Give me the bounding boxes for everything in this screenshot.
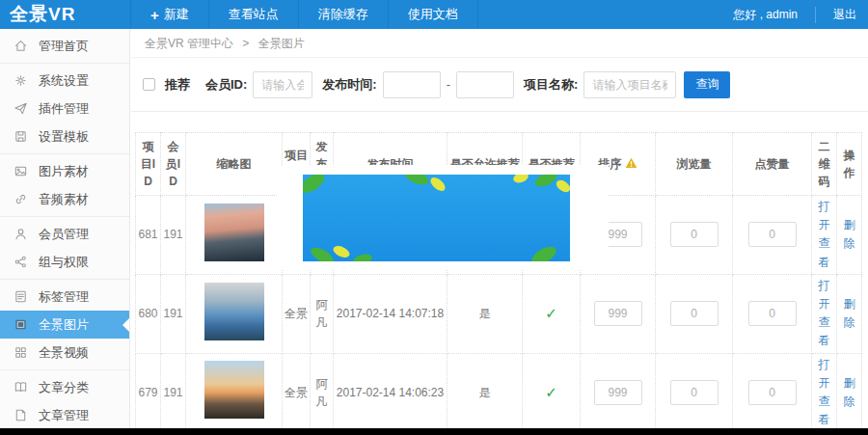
save-template-icon bbox=[14, 129, 28, 144]
cell-publish-time: 2017-02-14 14:06:23 bbox=[334, 353, 448, 432]
warning-icon bbox=[625, 157, 637, 169]
share-icon bbox=[14, 255, 28, 269]
top-bar: 全景VR + 新建 查看站点 清除缓存 使用文档 您好 , admin 退出 bbox=[0, 0, 868, 29]
breadcrumb-current: 全景图片 bbox=[258, 37, 305, 50]
pano-image-icon bbox=[14, 317, 28, 332]
col-views: 浏览量 bbox=[656, 133, 733, 196]
sidebar-item-tags[interactable]: 标签管理 bbox=[0, 283, 129, 311]
thumbnail-image[interactable] bbox=[204, 204, 264, 261]
cell-member-id: 191 bbox=[161, 274, 186, 353]
menu-new-button[interactable]: + 新建 bbox=[130, 0, 209, 29]
sidebar-item-home[interactable]: 管理首页 bbox=[0, 32, 129, 60]
member-id-input[interactable] bbox=[253, 71, 312, 98]
sidebar-item-groups-permissions[interactable]: 组与权限 bbox=[0, 248, 129, 276]
cell-member-id: 191 bbox=[161, 353, 186, 432]
thumbnail-image[interactable] bbox=[204, 361, 264, 419]
greeting: 您好 , admin bbox=[716, 7, 815, 23]
likes-input[interactable] bbox=[748, 222, 797, 247]
cell-publisher: 阿凡 bbox=[311, 353, 334, 432]
menu-clear-cache[interactable]: 清除缓存 bbox=[299, 0, 389, 29]
open-view-link[interactable]: 打开查看 bbox=[818, 356, 830, 430]
open-view-link[interactable]: 打开查看 bbox=[818, 198, 830, 272]
cell-project-id: 681 bbox=[136, 196, 161, 275]
app-logo: 全景VR bbox=[0, 0, 130, 29]
sidebar-item-audio-assets[interactable]: 音频素材 bbox=[0, 185, 129, 213]
sidebar-item-system-settings[interactable]: 系统设置 bbox=[0, 67, 129, 95]
project-name-input[interactable] bbox=[583, 71, 676, 98]
top-right: 您好 , admin 退出 bbox=[716, 0, 868, 29]
search-button[interactable]: 查询 bbox=[684, 71, 730, 98]
sidebar-item-members[interactable]: 会员管理 bbox=[0, 220, 129, 248]
project-name-label: 项目名称: bbox=[524, 76, 578, 94]
cell-publish-time: 2017-02-14 14:07:18 bbox=[334, 274, 448, 353]
breadcrumb-separator: > bbox=[242, 37, 249, 50]
views-input[interactable] bbox=[670, 222, 719, 247]
recommend-checkbox[interactable] bbox=[143, 78, 155, 91]
delete-link[interactable]: 删除 bbox=[843, 216, 855, 253]
menu-view-site[interactable]: 查看站点 bbox=[209, 0, 299, 29]
breadcrumb: 全景VR 管理中心 > 全景图片 bbox=[131, 29, 868, 58]
sidebar-item-image-assets[interactable]: 图片素材 bbox=[0, 157, 129, 185]
filter-bar: 推荐 会员ID: 发布时间: - 项目名称: 查询 bbox=[131, 58, 868, 112]
menu-docs[interactable]: 使用文档 bbox=[389, 0, 478, 29]
sidebar-item-plugins[interactable]: 插件管理 bbox=[0, 95, 129, 122]
col-member-id: 会员ID bbox=[161, 133, 186, 196]
delete-link[interactable]: 删除 bbox=[843, 295, 855, 332]
sidebar-item-article-manage[interactable]: 文章管理 bbox=[0, 401, 129, 429]
gear-icon bbox=[14, 73, 28, 88]
home-icon bbox=[14, 39, 28, 53]
bottom-black-bar bbox=[0, 428, 868, 435]
plus-icon: + bbox=[150, 8, 159, 22]
date-range-separator: - bbox=[447, 77, 450, 92]
publish-time-start-input[interactable] bbox=[383, 71, 441, 98]
cell-member-id: 191 bbox=[161, 196, 186, 275]
cell-allow-recommend: 是 bbox=[448, 353, 523, 432]
sidebar-item-article-categories[interactable]: 文章分类 bbox=[0, 373, 129, 401]
menu-new-label: 新建 bbox=[164, 0, 189, 29]
open-view-link[interactable]: 打开查看 bbox=[818, 277, 830, 351]
sort-input[interactable] bbox=[594, 380, 642, 405]
document-lines-icon bbox=[14, 289, 28, 304]
sidebar-item-pano-images[interactable]: 全景图片 bbox=[0, 311, 129, 339]
table-row: 679 191 全景 阿凡 2017-02-14 14:06:23 是 ✓ 打开… bbox=[136, 353, 862, 432]
cell-allow-recommend: 是 bbox=[448, 274, 523, 353]
likes-input[interactable] bbox=[748, 380, 797, 405]
cell-project-name: 全景 bbox=[283, 274, 311, 353]
col-likes: 点赞量 bbox=[733, 133, 812, 196]
publish-time-label: 发布时间: bbox=[322, 76, 376, 94]
file-icon bbox=[14, 408, 28, 422]
breadcrumb-root[interactable]: 全景VR 管理中心 bbox=[145, 37, 233, 50]
col-qrcode: 二维码 bbox=[812, 133, 837, 196]
sidebar-item-templates[interactable]: 设置模板 bbox=[0, 122, 129, 150]
thumbnail-image[interactable] bbox=[204, 283, 264, 340]
col-thumbnail: 缩略图 bbox=[186, 133, 283, 196]
book-icon bbox=[14, 380, 28, 394]
cell-project-name: 全景 bbox=[283, 353, 311, 432]
col-actions: 操作 bbox=[837, 133, 862, 196]
sidebar-item-pano-videos[interactable]: 全景视频 bbox=[0, 339, 129, 367]
table-wrap: 项目ID 会员ID 缩略图 项目名称 发布人 发布时间 是否允许推荐 是否推荐 … bbox=[131, 112, 868, 435]
cell-publisher: 阿凡 bbox=[311, 274, 334, 353]
cell-project-id: 679 bbox=[136, 353, 161, 432]
sort-input[interactable] bbox=[594, 301, 642, 326]
likes-input[interactable] bbox=[748, 301, 797, 326]
link-icon bbox=[14, 192, 28, 206]
delete-link[interactable]: 删除 bbox=[843, 374, 855, 411]
top-menu: + 新建 查看站点 清除缓存 使用文档 bbox=[130, 0, 478, 29]
col-project-id: 项目ID bbox=[136, 133, 161, 196]
views-input[interactable] bbox=[670, 380, 719, 405]
publish-time-end-input[interactable] bbox=[456, 71, 514, 98]
user-icon bbox=[14, 227, 28, 241]
cell-project-id: 680 bbox=[136, 274, 161, 353]
table-row: 680 191 全景 阿凡 2017-02-14 14:07:18 是 ✓ 打开… bbox=[136, 274, 862, 353]
recommend-label: 推荐 bbox=[165, 76, 190, 94]
recommended-check: ✓ bbox=[523, 274, 581, 353]
sidebar: 管理首页 系统设置 插件管理 设置模板 图片素材 音频素材 会员管理 bbox=[0, 29, 130, 435]
paper-plane-icon bbox=[14, 101, 28, 116]
recommended-check: ✓ bbox=[523, 353, 581, 432]
leaves-graphic bbox=[303, 175, 570, 261]
views-input[interactable] bbox=[670, 301, 719, 326]
thumbnail-preview-popup bbox=[277, 165, 609, 270]
grid-icon bbox=[14, 345, 28, 360]
logout-link[interactable]: 退出 bbox=[815, 7, 868, 23]
